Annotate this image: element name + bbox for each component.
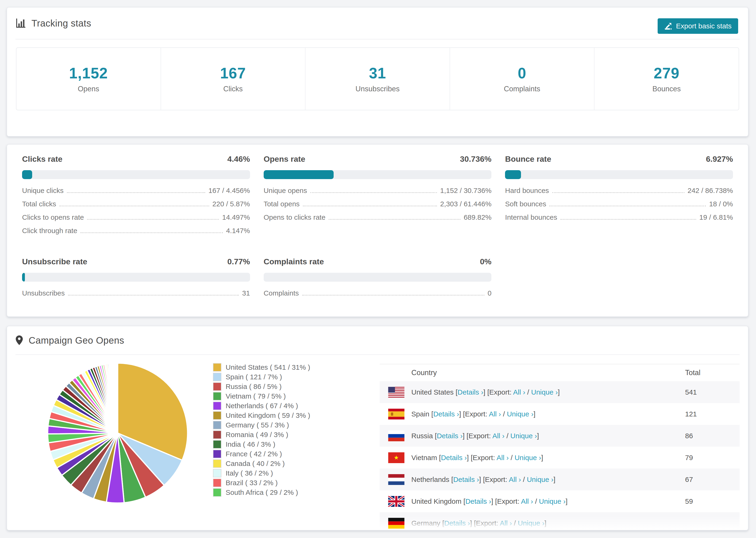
details-link[interactable]: Details › <box>441 454 467 461</box>
rate-progress-fill <box>22 170 32 179</box>
rate-title: Unsubscribe rate <box>22 257 87 266</box>
dotted-leader <box>561 219 696 220</box>
legend-item-france: France ( 42 / 2% ) <box>213 449 310 459</box>
export-all-link[interactable]: All › <box>492 432 505 440</box>
legend-label: Russia ( 86 / 5% ) <box>226 383 282 391</box>
export-all-link[interactable]: All › <box>513 388 525 396</box>
bracket-text: ] <box>544 519 546 527</box>
dotted-leader <box>552 192 684 193</box>
details-link[interactable]: Details › <box>433 410 459 418</box>
legend-item-united-kingdom: United Kingdom ( 59 / 3% ) <box>213 410 310 420</box>
details-link[interactable]: Details › <box>458 388 483 396</box>
export-unique-link[interactable]: Unique › <box>507 410 533 418</box>
rate-row-label: Complaints <box>264 289 299 297</box>
rate-row-total-opens: Total opens2,303 / 61.446% <box>264 200 492 213</box>
legend-swatch <box>213 430 221 439</box>
country-cell: United States [Details ›] [Export: All ›… <box>411 388 685 396</box>
pie-legend: United States ( 541 / 31% )Spain ( 121 /… <box>213 362 310 497</box>
details-link[interactable]: Details › <box>437 432 462 440</box>
rate-row-label: Soft bounces <box>505 200 546 208</box>
rate-value: 30.736% <box>460 154 491 164</box>
pie-slice-other[interactable] <box>117 363 118 433</box>
details-link[interactable]: Details › <box>465 497 491 505</box>
stat-value: 31 <box>369 65 386 82</box>
export-unique-link[interactable]: Unique › <box>539 497 566 505</box>
legend-label: France ( 42 / 2% ) <box>226 450 282 458</box>
rate-row-value: 0 <box>488 289 492 297</box>
rate-row-unique-clicks: Unique clicks167 / 4.456% <box>22 187 250 200</box>
legend-item-india: India ( 46 / 3% ) <box>213 439 310 449</box>
export-all-link[interactable]: All › <box>500 519 512 527</box>
rates-grid: Clicks rate4.46%Unique clicks167 / 4.456… <box>7 144 748 312</box>
country-cell: Vietnam [Details ›] [Export: All › / Uni… <box>411 454 685 462</box>
details-link[interactable]: Details › <box>444 519 470 527</box>
rate-row-complaints: Complaints0 <box>264 289 492 302</box>
rate-row-opens-to-clicks-rate: Opens to clicks rate689.82% <box>264 213 492 227</box>
rate-row-soft-bounces: Soft bounces18 / 0% <box>505 200 733 213</box>
rate-row-label: Unique clicks <box>22 187 64 194</box>
country-cell: Germany [Details ›] [Export: All › / Uni… <box>411 519 685 527</box>
legend-swatch <box>213 382 221 391</box>
stat-label: Opens <box>78 85 99 93</box>
export-unique-link[interactable]: Unique › <box>527 476 553 483</box>
rate-row-clicks-to-opens-rate: Clicks to opens rate14.497% <box>22 213 250 227</box>
legend-item-vietnam: Vietnam ( 79 / 5% ) <box>213 391 310 401</box>
country-name: Vietnam <box>411 454 439 461</box>
rate-row-label: Unique opens <box>264 187 307 194</box>
export-unique-link[interactable]: Unique › <box>518 519 544 527</box>
export-all-link[interactable]: All › <box>497 454 509 461</box>
export-all-link[interactable]: All › <box>509 476 521 483</box>
flag-us-icon <box>388 387 405 398</box>
legend-label: Spain ( 121 / 7% ) <box>226 373 282 381</box>
bracket-text: [ <box>463 497 465 505</box>
stat-box-complaints: 0Complaints <box>450 48 594 110</box>
legend-swatch <box>213 421 221 429</box>
rate-progress-fill <box>264 170 334 179</box>
tracking-stats-card: Tracking stats Export basic stats 1,152O… <box>7 7 748 136</box>
rate-row-label: Opens to clicks rate <box>264 213 325 221</box>
map-pin-icon <box>16 335 23 346</box>
rate-row-value: 19 / 6.81% <box>699 213 733 221</box>
bracket-text: ] [Export: <box>483 388 513 396</box>
geo-table-row-netherlands: Netherlands [Details ›] [Export: All › /… <box>380 468 739 490</box>
rate-row-click-through-rate: Click through rate4.147% <box>22 227 250 240</box>
rate-title: Complaints rate <box>264 257 324 266</box>
bracket-text: [ <box>456 388 458 396</box>
legend-label: Italy ( 36 / 2% ) <box>226 469 273 477</box>
export-unique-link[interactable]: Unique › <box>531 388 558 396</box>
legend-item-spain: Spain ( 121 / 7% ) <box>213 372 310 382</box>
bracket-text: / <box>533 497 539 505</box>
geo-table-row-united-states: United States [Details ›] [Export: All ›… <box>380 381 739 403</box>
bracket-text: / <box>521 476 527 483</box>
rate-progress-bar <box>22 273 250 282</box>
legend-item-germany: Germany ( 55 / 3% ) <box>213 420 310 430</box>
dotted-leader <box>87 219 219 220</box>
dotted-leader <box>329 219 460 220</box>
legend-label: Germany ( 55 / 3% ) <box>226 421 289 429</box>
bracket-text: ] [Export: <box>459 410 489 418</box>
country-name: United Kingdom <box>411 497 463 505</box>
bracket-text: ] [Export: <box>479 476 509 483</box>
export-unique-link[interactable]: Unique › <box>511 432 537 440</box>
export-unique-link[interactable]: Unique › <box>514 454 541 461</box>
total-cell: 121 <box>685 410 739 418</box>
flag-cell-de <box>388 518 411 529</box>
campaign-geo-opens-title: Campaign Geo Opens <box>28 335 124 346</box>
export-basic-stats-button[interactable]: Export basic stats <box>658 18 738 34</box>
flag-ru-icon <box>388 430 405 441</box>
stat-label: Complaints <box>504 85 540 93</box>
rate-progress-bar <box>264 170 492 179</box>
dotted-leader <box>302 295 484 296</box>
legend-swatch <box>213 469 221 477</box>
rate-row-internal-bounces: Internal bounces19 / 6.81% <box>505 213 733 227</box>
details-link[interactable]: Details › <box>453 476 479 483</box>
export-all-link[interactable]: All › <box>521 497 533 505</box>
total-cell: 59 <box>685 497 739 506</box>
legend-swatch <box>213 411 221 420</box>
stat-box-unsubscribes: 31Unsubscribes <box>305 48 450 110</box>
rate-title: Clicks rate <box>22 154 63 164</box>
rate-panel-bounce-rate: Bounce rate6.927%Hard bounces242 / 86.73… <box>505 154 733 240</box>
total-cell: 67 <box>685 476 739 484</box>
rate-row-label: Clicks to opens rate <box>22 213 84 221</box>
export-all-link[interactable]: All › <box>489 410 501 418</box>
